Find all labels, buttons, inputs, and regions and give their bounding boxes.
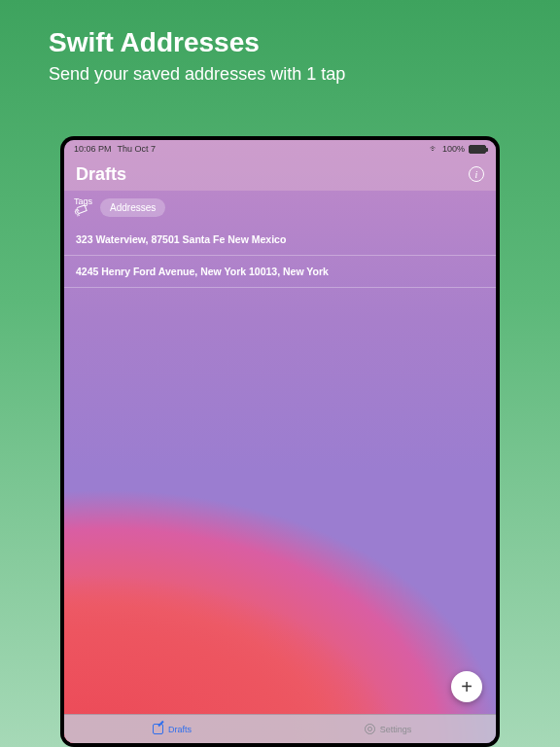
- device-frame: 10:06 PM Thu Oct 7 ᯤ 100% Drafts i Tags …: [60, 136, 500, 747]
- page-title: Drafts: [76, 164, 126, 185]
- wifi-icon: ᯤ: [430, 144, 438, 154]
- tab-label: Drafts: [168, 725, 192, 734]
- battery-icon: [469, 145, 486, 154]
- compose-icon: [153, 724, 164, 735]
- tab-drafts[interactable]: Drafts: [64, 715, 280, 743]
- wallpaper-wave: [64, 432, 496, 743]
- gear-icon: [365, 724, 376, 735]
- promo-subtitle: Send your saved addresses with 1 tap: [0, 64, 560, 85]
- status-bar: 10:06 PM Thu Oct 7 ᯤ 100%: [64, 140, 496, 158]
- tab-label: Settings: [380, 725, 412, 734]
- nav-bar: Drafts i: [64, 158, 496, 191]
- add-button[interactable]: +: [451, 671, 482, 702]
- screen: 10:06 PM Thu Oct 7 ᯤ 100% Drafts i Tags …: [64, 140, 496, 743]
- address-list: 323 Waterview, 87501 Santa Fe New Mexico…: [64, 224, 496, 288]
- tab-settings[interactable]: Settings: [280, 715, 496, 743]
- status-time: 10:06 PM: [74, 144, 112, 154]
- battery-percent: 100%: [442, 144, 465, 154]
- tab-bar: Drafts Settings: [64, 714, 496, 743]
- promo-title: Swift Addresses: [0, 0, 560, 64]
- tag-chip-addresses[interactable]: Addresses: [100, 198, 165, 217]
- list-item[interactable]: 4245 Henry Ford Avenue, New York 10013, …: [64, 256, 496, 288]
- info-icon[interactable]: i: [469, 166, 484, 182]
- list-item[interactable]: 323 Waterview, 87501 Santa Fe New Mexico: [64, 224, 496, 256]
- tags-row: Tags 🏷 Addresses: [64, 191, 496, 224]
- status-date: Thu Oct 7: [118, 144, 157, 154]
